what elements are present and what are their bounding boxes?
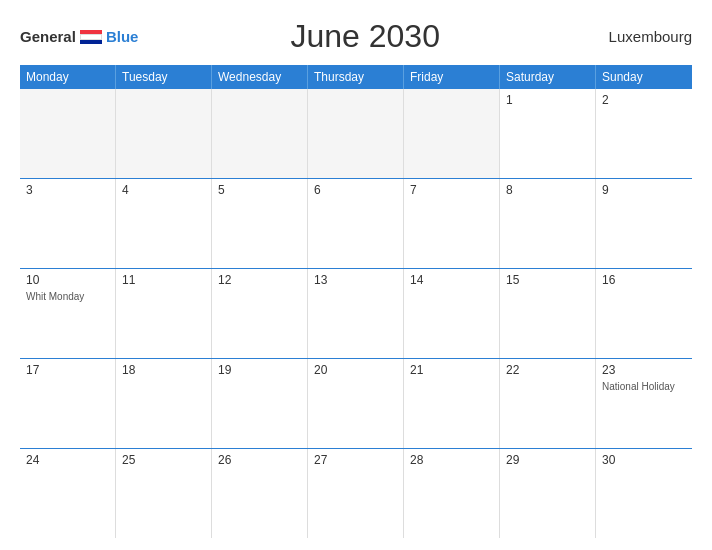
day-number: 21: [410, 363, 493, 377]
calendar-row-1: 12: [20, 89, 692, 179]
header-day-monday: Monday: [20, 65, 116, 89]
header-day-saturday: Saturday: [500, 65, 596, 89]
calendar-cell: 8: [500, 179, 596, 268]
day-number: 27: [314, 453, 397, 467]
calendar-cell: 17: [20, 359, 116, 448]
day-number: 12: [218, 273, 301, 287]
logo: General Blue: [20, 28, 138, 45]
calendar-cell: 13: [308, 269, 404, 358]
calendar-cell: 11: [116, 269, 212, 358]
calendar-row-5: 24252627282930: [20, 449, 692, 538]
calendar-cell: 6: [308, 179, 404, 268]
calendar-cell: 3: [20, 179, 116, 268]
day-number: 2: [602, 93, 686, 107]
calendar-cell: 23National Holiday: [596, 359, 692, 448]
day-number: 9: [602, 183, 686, 197]
calendar-cell: 27: [308, 449, 404, 538]
calendar-cell: [116, 89, 212, 178]
day-number: 6: [314, 183, 397, 197]
calendar-cell: [20, 89, 116, 178]
calendar-cell: 24: [20, 449, 116, 538]
calendar-cell: 22: [500, 359, 596, 448]
calendar-cell: 29: [500, 449, 596, 538]
calendar-cell: [308, 89, 404, 178]
day-number: 8: [506, 183, 589, 197]
calendar-cell: 10Whit Monday: [20, 269, 116, 358]
calendar-cell: 28: [404, 449, 500, 538]
calendar-cell: 21: [404, 359, 500, 448]
holiday-label: Whit Monday: [26, 291, 109, 302]
day-number: 25: [122, 453, 205, 467]
calendar-row-3: 10Whit Monday111213141516: [20, 269, 692, 359]
calendar-cell: 15: [500, 269, 596, 358]
calendar-cell: 26: [212, 449, 308, 538]
header: General Blue June 2030 Luxembourg: [20, 18, 692, 55]
day-number: 29: [506, 453, 589, 467]
calendar-cell: 14: [404, 269, 500, 358]
calendar-cell: 7: [404, 179, 500, 268]
calendar-cell: [404, 89, 500, 178]
calendar-cell: 16: [596, 269, 692, 358]
calendar-row-2: 3456789: [20, 179, 692, 269]
logo-flag-icon: [80, 30, 102, 44]
header-day-sunday: Sunday: [596, 65, 692, 89]
calendar-body: 12345678910Whit Monday111213141516171819…: [20, 89, 692, 538]
day-number: 13: [314, 273, 397, 287]
day-number: 24: [26, 453, 109, 467]
calendar-cell: 18: [116, 359, 212, 448]
day-number: 11: [122, 273, 205, 287]
logo-blue: Blue: [106, 28, 139, 45]
day-number: 22: [506, 363, 589, 377]
day-number: 7: [410, 183, 493, 197]
day-number: 28: [410, 453, 493, 467]
header-day-tuesday: Tuesday: [116, 65, 212, 89]
calendar-page: General Blue June 2030 Luxembourg Monday…: [0, 0, 712, 550]
day-number: 14: [410, 273, 493, 287]
calendar-cell: 2: [596, 89, 692, 178]
calendar-cell: 4: [116, 179, 212, 268]
country-name: Luxembourg: [592, 28, 692, 45]
calendar-cell: 19: [212, 359, 308, 448]
calendar: MondayTuesdayWednesdayThursdayFridaySatu…: [20, 65, 692, 538]
calendar-header: MondayTuesdayWednesdayThursdayFridaySatu…: [20, 65, 692, 89]
day-number: 15: [506, 273, 589, 287]
header-day-friday: Friday: [404, 65, 500, 89]
day-number: 18: [122, 363, 205, 377]
logo-general: General: [20, 28, 76, 45]
day-number: 1: [506, 93, 589, 107]
calendar-cell: 30: [596, 449, 692, 538]
day-number: 23: [602, 363, 686, 377]
header-day-thursday: Thursday: [308, 65, 404, 89]
calendar-cell: 20: [308, 359, 404, 448]
day-number: 19: [218, 363, 301, 377]
day-number: 10: [26, 273, 109, 287]
month-title: June 2030: [138, 18, 592, 55]
calendar-cell: 25: [116, 449, 212, 538]
day-number: 16: [602, 273, 686, 287]
day-number: 30: [602, 453, 686, 467]
calendar-cell: 9: [596, 179, 692, 268]
day-number: 3: [26, 183, 109, 197]
calendar-cell: 1: [500, 89, 596, 178]
calendar-row-4: 17181920212223National Holiday: [20, 359, 692, 449]
day-number: 5: [218, 183, 301, 197]
calendar-cell: 5: [212, 179, 308, 268]
day-number: 17: [26, 363, 109, 377]
holiday-label: National Holiday: [602, 381, 686, 392]
header-day-wednesday: Wednesday: [212, 65, 308, 89]
day-number: 26: [218, 453, 301, 467]
calendar-cell: 12: [212, 269, 308, 358]
day-number: 20: [314, 363, 397, 377]
calendar-cell: [212, 89, 308, 178]
day-number: 4: [122, 183, 205, 197]
